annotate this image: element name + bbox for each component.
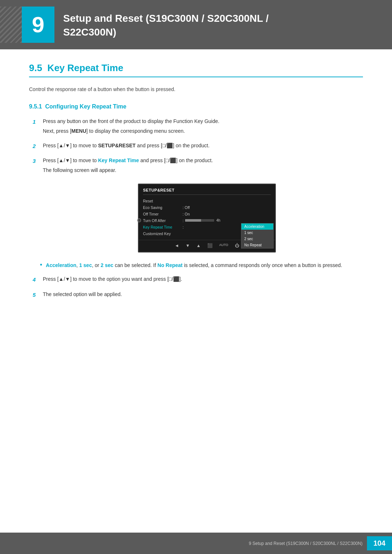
menu-row-offtimer: Off Timer : On <box>143 211 271 217</box>
bullet-list: • Acceleration, 1 sec, or 2 sec can be s… <box>40 261 363 269</box>
main-content: 9.5 Key Repeat Time Control the response… <box>0 49 392 334</box>
toolbar-btn-select: ⬛ <box>207 243 213 248</box>
monitor-container: SETUP&RESET Reset Eco Saving : Off Off T… <box>51 184 363 253</box>
bullet-dot: • <box>40 261 42 269</box>
dropdown-item-acceleration: Acceleration <box>241 223 273 230</box>
menu-label-offtimer: Off Timer <box>143 212 181 216</box>
dropdown-item-1sec: 1 sec <box>241 230 273 236</box>
progress-bar-bg <box>185 219 214 222</box>
monitor-menu-title: SETUP&RESET <box>139 188 275 194</box>
header-pattern <box>0 7 22 43</box>
toolbar-icon-select: ⬛ <box>207 243 213 248</box>
toolbar-btn-up: ▲ <box>196 243 201 248</box>
toolbar-btn-power: ⏻ <box>235 243 239 248</box>
toolbar-icon-down: ▼ <box>185 243 190 248</box>
step-5-main: The selected option will be applied. <box>43 291 122 297</box>
menu-label-ecosaving: Eco Saving <box>143 205 181 210</box>
toolbar-icon-power: ⏻ <box>235 243 239 248</box>
menu-label-reset: Reset <box>143 199 181 203</box>
step-1-sub: Next, press [MENU] to display the corres… <box>43 127 363 135</box>
step-4-num: 4 <box>33 275 43 284</box>
step-2: 2 Press [▲/▼] to move to SETUP&RESET and… <box>33 141 363 151</box>
progress-bar-label: 4h <box>216 218 220 222</box>
page-header: 9 Setup and Reset (S19C300N / S20C300NL … <box>0 0 392 49</box>
menu-label-customizedkey: Customized Key <box>143 231 181 236</box>
step-3-highlight: Key Repeat Time <box>98 157 139 163</box>
bullet-text: Acceleration, 1 sec, or 2 sec can be sel… <box>46 261 342 269</box>
step-4: 4 Press [▲/▼] to move to the option you … <box>33 275 363 284</box>
section-number: 9.5 <box>29 62 42 73</box>
header-title-line2: S22C300N) <box>63 26 116 38</box>
toolbar-btn-left: ◄ <box>175 243 179 248</box>
step-1-num: 1 <box>33 117 43 135</box>
chapter-number: 9 <box>32 13 44 36</box>
section-title: 9.5 Key Repeat Time <box>29 62 363 77</box>
toolbar-icon-left: ◄ <box>175 243 179 248</box>
step-2-content: Press [▲/▼] to move to SETUP&RESET and p… <box>43 141 363 151</box>
subsection-title-text: Configuring Key Repeat Time <box>45 103 126 110</box>
step-4-main: Press [▲/▼] to move to the option you wa… <box>43 276 182 282</box>
steps-after-list: 4 Press [▲/▼] to move to the option you … <box>33 275 363 300</box>
bullet-2sec: 2 sec <box>101 262 113 268</box>
dropdown-item-norepeat: No Repeat <box>241 242 273 248</box>
monitor-divider <box>143 194 271 195</box>
header-title: Setup and Reset (S19C300N / S20C300NL / … <box>63 7 269 39</box>
step-5-num: 5 <box>33 290 43 300</box>
menu-label-turnoffafter: Turn Off After <box>143 218 181 223</box>
step-5-content: The selected option will be applied. <box>43 290 363 300</box>
menu-label-keyrepeat: Key Repeat Time <box>143 225 181 229</box>
step-3-content: Press [▲/▼] to move to Key Repeat Time a… <box>43 156 363 175</box>
section-intro: Control the response rate of a button wh… <box>29 85 363 93</box>
progress-bar-fill <box>185 219 201 222</box>
bullet-acceleration: Acceleration <box>46 262 76 268</box>
step-1-content: Press any button on the front of the pro… <box>43 117 363 135</box>
step-3-sub: The following screen will appear. <box>43 166 363 175</box>
footer-page: 104 <box>367 536 392 550</box>
chapter-number-box: 9 <box>22 7 54 43</box>
section-title-text: Key Repeat Time <box>48 62 123 73</box>
step-5: 5 The selected option will be applied. <box>33 290 363 300</box>
step-3-num: 3 <box>33 156 43 175</box>
step-1-main: Press any button on the front of the pro… <box>43 118 219 124</box>
bullet-1sec: 1 sec <box>79 262 92 268</box>
footer-text: 9 Setup and Reset (S19C300N / S20C300NL … <box>249 541 363 546</box>
subsection-number: 9.5.1 <box>29 103 42 110</box>
dropdown-item-2sec: 2 sec <box>241 236 273 242</box>
step-2-highlight: SETUP&RESET <box>98 143 135 148</box>
toolbar-btn-auto: AUTO <box>219 243 228 248</box>
menu-row-ecosaving: Eco Saving : Off <box>143 204 271 211</box>
menu-value-offtimer: : On <box>183 212 190 216</box>
dropdown-popup: Acceleration 1 sec 2 sec No Repeat <box>241 223 274 249</box>
page-footer: 9 Setup and Reset (S19C300N / S20C300NL … <box>0 533 392 554</box>
menu-value-turnoffafter: : <box>183 218 184 223</box>
toolbar-btn-down: ▼ <box>185 243 190 248</box>
step-3: 3 Press [▲/▼] to move to Key Repeat Time… <box>33 156 363 175</box>
toolbar-icon-auto: AUTO <box>219 243 228 247</box>
menu-value-ecosaving: : Off <box>183 205 190 210</box>
subsection-title: 9.5.1 Configuring Key Repeat Time <box>29 103 363 110</box>
menu-value-keyrepeat: : <box>183 225 184 229</box>
steps-list: 1 Press any button on the front of the p… <box>33 117 363 175</box>
step-4-content: Press [▲/▼] to move to the option you wa… <box>43 275 363 284</box>
bullet-norepeat: No Repeat <box>158 262 183 268</box>
monitor-screen: SETUP&RESET Reset Eco Saving : Off Off T… <box>138 184 276 253</box>
menu-row-reset: Reset <box>143 198 271 204</box>
toolbar-icon-up: ▲ <box>196 243 201 248</box>
menu-rows: Reset Eco Saving : Off Off Timer : On ⚙ … <box>139 198 275 237</box>
menu-row-keyrepeat: Key Repeat Time : Acceleration 1 sec 2 s… <box>143 224 271 230</box>
progress-bar: 4h <box>185 218 220 222</box>
step-1: 1 Press any button on the front of the p… <box>33 117 363 135</box>
header-title-line1: Setup and Reset (S19C300N / S20C300NL / <box>63 13 269 24</box>
step-2-num: 2 <box>33 141 43 151</box>
bullet-item: • Acceleration, 1 sec, or 2 sec can be s… <box>40 261 363 269</box>
